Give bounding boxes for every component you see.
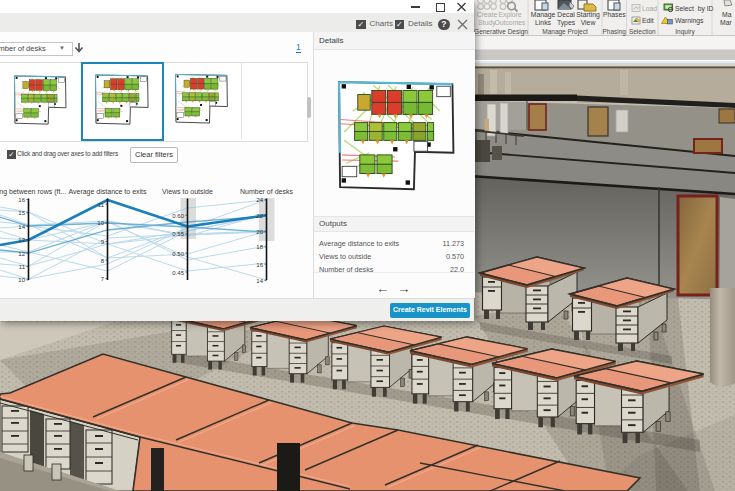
svg-text:13: 13 <box>18 237 25 243</box>
svg-text:Views to outside: Views to outside <box>162 188 213 195</box>
svg-text:10: 10 <box>97 220 104 226</box>
svg-text:14: 14 <box>256 278 263 284</box>
svg-text:Average distance to exits: Average distance to exits <box>68 188 147 196</box>
svg-text:15: 15 <box>18 210 25 216</box>
svg-text:12: 12 <box>18 251 25 257</box>
svg-text:0.45: 0.45 <box>172 270 184 276</box>
svg-text:Number of desks: Number of desks <box>240 188 293 195</box>
svg-text:0.50: 0.50 <box>172 251 184 257</box>
svg-text:Spacing between rows (ft...: Spacing between rows (ft... <box>0 188 66 196</box>
svg-text:7: 7 <box>101 276 105 282</box>
svg-text:20: 20 <box>256 229 263 235</box>
svg-text:0.55: 0.55 <box>172 231 184 237</box>
svg-text:22: 22 <box>256 213 263 219</box>
svg-text:11: 11 <box>98 202 105 208</box>
svg-text:16: 16 <box>256 262 263 268</box>
svg-text:11: 11 <box>19 264 26 270</box>
svg-text:24: 24 <box>256 197 263 203</box>
svg-text:0.60: 0.60 <box>172 213 184 219</box>
svg-text:16: 16 <box>18 197 25 203</box>
svg-text:14: 14 <box>18 224 25 230</box>
svg-text:18: 18 <box>256 244 263 250</box>
svg-text:10: 10 <box>18 277 25 283</box>
svg-text:8: 8 <box>101 258 105 264</box>
